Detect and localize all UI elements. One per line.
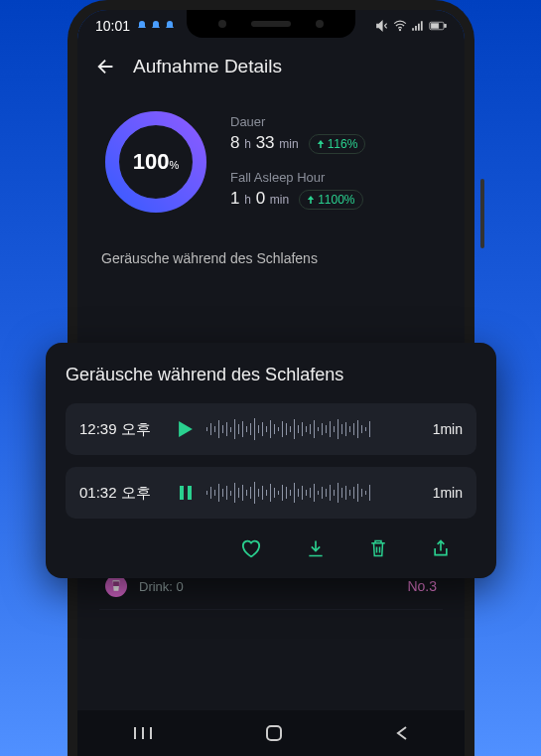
nav-back-button[interactable] [395, 725, 409, 741]
download-icon [306, 538, 326, 558]
duration-label: Dauer [230, 114, 441, 129]
audio-track-2[interactable]: 01:32 오후 1min [66, 467, 476, 519]
svg-rect-11 [180, 486, 184, 500]
share-icon [431, 538, 451, 558]
track-duration: 1min [423, 485, 463, 501]
noises-modal: Geräusche während des Schlafens 12:39 오후… [46, 343, 496, 578]
home-button[interactable] [265, 724, 283, 742]
track-actions [66, 530, 476, 564]
modal-title: Geräusche während des Schlafens [66, 365, 476, 385]
recents-button[interactable] [133, 725, 153, 741]
notification-bell-icons [136, 20, 176, 32]
arrow-up-icon [317, 140, 325, 148]
heart-icon [240, 538, 262, 558]
app-header: Aufnahme Details [77, 42, 465, 87]
pause-icon [180, 485, 192, 501]
battery-icon [429, 20, 447, 32]
waveform[interactable] [206, 481, 411, 505]
page-title: Aufnahme Details [133, 56, 282, 77]
status-time: 10:01 [95, 18, 130, 34]
svg-rect-2 [431, 24, 439, 29]
track-timestamp: 12:39 오후 [79, 420, 165, 439]
delete-button[interactable] [369, 538, 387, 558]
stats-summary: 100% Dauer 8 h 33 min 116% Fall Asleep H… [77, 87, 465, 227]
device-notch [187, 10, 355, 38]
mute-icon [375, 19, 389, 33]
fall-asleep-label: Fall Asleep Hour [230, 170, 441, 185]
noises-section-title: Geräusche während des Schlafens [77, 227, 465, 274]
download-button[interactable] [306, 538, 326, 558]
audio-track-1[interactable]: 12:39 오후 1min [66, 403, 476, 455]
svg-rect-9 [113, 581, 119, 586]
play-button[interactable] [177, 421, 195, 437]
favorite-button[interactable] [240, 538, 262, 558]
drink-icon [105, 575, 127, 597]
quality-ring: 100% [101, 107, 210, 217]
rank-badge: No.3 [407, 578, 437, 594]
android-nav-bar [77, 710, 465, 756]
duration-delta: 116% [309, 134, 366, 154]
play-icon [179, 421, 193, 437]
side-button [480, 179, 484, 248]
track-duration: 1min [423, 421, 463, 437]
svg-point-0 [399, 30, 400, 31]
quality-percent: 100 [133, 149, 170, 174]
svg-rect-3 [445, 25, 447, 28]
duration-stat: Dauer 8 h 33 min 116% [230, 114, 441, 154]
track-timestamp: 01:32 오후 [79, 484, 165, 503]
signal-icon [411, 19, 425, 33]
fall-asleep-stat: Fall Asleep Hour 1 h 0 min 1100% [230, 170, 441, 210]
trash-icon [369, 538, 387, 558]
svg-rect-10 [267, 726, 281, 740]
back-arrow-icon [95, 56, 117, 77]
back-button[interactable] [95, 56, 117, 77]
fall-asleep-delta: 1100% [299, 190, 362, 210]
share-button[interactable] [431, 538, 451, 558]
svg-rect-12 [188, 486, 192, 500]
waveform[interactable] [206, 417, 411, 441]
arrow-up-icon [307, 196, 315, 204]
wifi-icon [393, 19, 407, 33]
pause-button[interactable] [177, 485, 195, 501]
